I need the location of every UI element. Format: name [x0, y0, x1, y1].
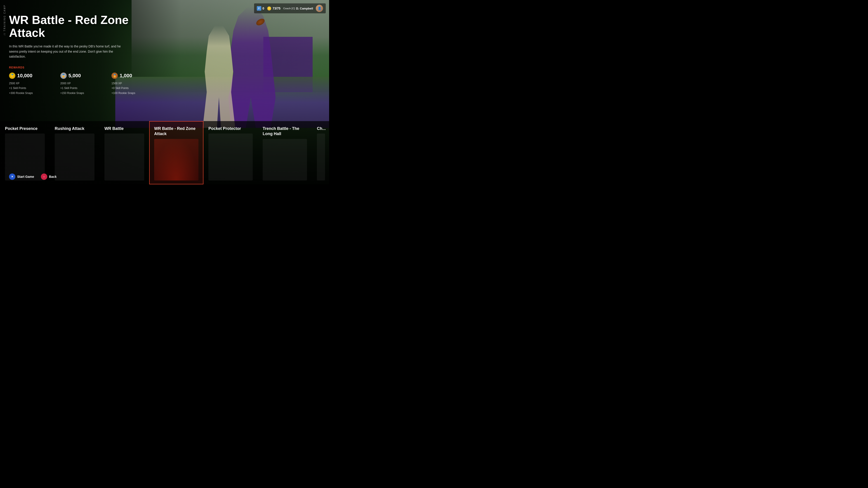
silver-medal-value: 5,000 [68, 73, 81, 78]
gold-medal-value: 10,000 [17, 73, 32, 78]
hud-coach: Coach [C] D. Campbell [283, 7, 313, 10]
carousel-rushing-attack-thumb [55, 133, 94, 181]
bronze-medal-icon: 🏅 [112, 72, 118, 79]
carousel-item-pocket-protector[interactable]: Pocket Protector [204, 121, 258, 184]
carousel-item-wr-battle-red-zone[interactable]: WR Battle - Red Zone Attack [149, 121, 204, 184]
back-label: Back [49, 175, 57, 178]
reward-silver-details: 2000 XP +1 Skill Points +150 Rookie Snap… [60, 81, 112, 96]
rewards-grid: 🏅 10,000 2500 XP +1 Skill Points +300 Ro… [9, 72, 163, 96]
back-button[interactable]: ○ Back [41, 173, 57, 180]
gold-snaps: +300 Rookie Snaps [9, 91, 60, 96]
carousel-wr-battle-title: WR Battle [104, 126, 144, 131]
bronze-snaps: +100 Rookie Snaps [112, 91, 163, 96]
reward-gold-details: 2500 XP +1 Skill Points +300 Rookie Snap… [9, 81, 60, 96]
gold-medal-icon: 🏅 [9, 72, 16, 79]
carousel-item-trench-battle[interactable]: Trench Battle - The Long Hall [258, 121, 312, 184]
rewards-label: REWARDS [9, 66, 163, 69]
coin-value: 73/75 [273, 6, 281, 10]
x-button-icon: ✕ [9, 173, 16, 180]
reward-silver-medal: 🏅 5,000 [60, 72, 112, 79]
bronze-skill: +0 Skill Points [112, 86, 163, 91]
reward-gold-medal: 🏅 10,000 [9, 72, 60, 79]
reward-bronze-details: 1500 XP +0 Skill Points +100 Rookie Snap… [112, 81, 163, 96]
active-thumb-glow [154, 139, 198, 181]
reward-tier-silver: 🏅 5,000 2000 XP +1 Skill Points +150 Roo… [60, 72, 112, 96]
training-camp-label: // TRAINING CAMP [3, 4, 6, 35]
bronze-xp: 1500 XP [112, 81, 163, 86]
f-currency-value: 0 [262, 6, 264, 10]
carousel-pocket-protector-thumb [209, 133, 253, 181]
silver-snaps: +150 Rookie Snaps [60, 91, 112, 96]
carousel-item-ch[interactable]: Ch... [312, 121, 329, 184]
o-button-icon: ○ [41, 173, 47, 180]
start-game-label: Start Game [17, 175, 34, 178]
silver-medal-icon: 🏅 [60, 72, 67, 79]
silver-xp: 2000 XP [60, 81, 112, 86]
carousel-trench-battle-thumb [263, 139, 307, 181]
hud-top-right: F 0 🪙 73/75 Coach [C] D. Campbell 👤 [254, 3, 326, 13]
silver-skill: +1 Skill Points [60, 86, 112, 91]
coach-label: Coach [C] [283, 7, 295, 10]
carousel-wr-battle-red-zone-title: WR Battle - Red Zone Attack [154, 126, 198, 137]
coin-icon: 🪙 [267, 6, 272, 11]
carousel-pocket-presence-title: Pocket Presence [5, 126, 45, 131]
hud-coin-currency: 🪙 73/75 [267, 6, 281, 11]
action-bar: ✕ Start Game ○ Back [9, 173, 57, 180]
carousel-wr-battle-thumb [104, 133, 144, 181]
carousel-wr-battle-red-zone-thumb [154, 139, 198, 181]
hud-f-currency: F 0 [257, 6, 264, 11]
page-title: WR Battle - Red Zone Attack [9, 13, 163, 39]
carousel-ch-title: Ch... [317, 126, 325, 131]
page-description: In this WR Battle you've made it all the… [9, 44, 127, 59]
carousel-rushing-attack-title: Rushing Attack [55, 126, 94, 131]
f-currency-icon: F [257, 6, 261, 11]
start-game-button[interactable]: ✕ Start Game [9, 173, 34, 180]
gold-xp: 2500 XP [9, 81, 60, 86]
carousel-trench-battle-title: Trench Battle - The Long Hall [263, 126, 307, 137]
carousel-item-rushing-attack[interactable]: Rushing Attack [50, 121, 99, 184]
reward-bronze-medal: 🏅 1,000 [112, 72, 163, 79]
carousel-item-wr-battle[interactable]: WR Battle [99, 121, 149, 184]
gold-skill: +1 Skill Points [9, 86, 60, 91]
carousel-pocket-protector-title: Pocket Protector [209, 126, 253, 131]
reward-tier-bronze: 🏅 1,000 1500 XP +0 Skill Points +100 Roo… [112, 72, 163, 96]
coach-avatar: 👤 [316, 5, 323, 12]
coach-name: D. Campbell [296, 7, 313, 10]
reward-tier-gold: 🏅 10,000 2500 XP +1 Skill Points +300 Ro… [9, 72, 60, 96]
carousel-ch-thumb [317, 133, 325, 181]
bronze-medal-value: 1,000 [120, 73, 132, 78]
